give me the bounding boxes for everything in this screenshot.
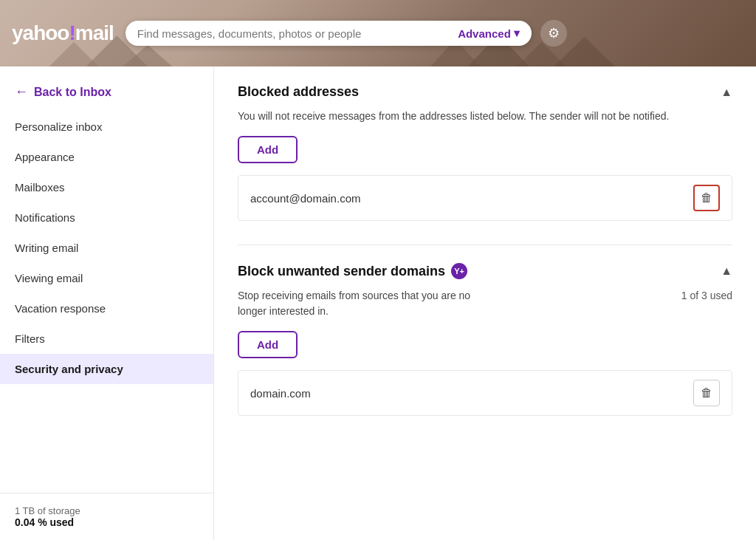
sidebar-item-writing-email[interactable]: Writing email	[0, 233, 213, 263]
back-arrow-icon: ←	[15, 84, 28, 100]
sidebar-item-security-privacy[interactable]: Security and privacy	[0, 354, 213, 384]
section-divider	[238, 245, 732, 245]
delete-blocked-address-button[interactable]: 🗑	[693, 185, 720, 211]
blocked-addresses-title: Blocked addresses	[238, 84, 359, 100]
blocked-addresses-desc: You will not receive messages from the a…	[238, 109, 732, 124]
sidebar-item-vacation-response[interactable]: Vacation response	[0, 293, 213, 324]
sidebar-item-filters[interactable]: Filters	[0, 324, 213, 354]
blocked-addresses-toggle[interactable]: ▲	[721, 86, 732, 99]
blocked-domain-value: domain.com	[250, 387, 693, 400]
storage-used: 0.04 % used	[15, 516, 199, 528]
blocked-addresses-section: Blocked addresses ▲ You will not receive…	[238, 84, 732, 221]
sidebar-item-personalize[interactable]: Personalize inbox	[0, 112, 213, 142]
block-domains-title: Block unwanted sender domains Y+	[238, 263, 467, 279]
yahoo-mail-logo: yahoo!mail	[12, 21, 114, 45]
blocked-addresses-add-button[interactable]: Add	[238, 136, 298, 163]
yplus-badge: Y+	[451, 263, 467, 279]
header: yahoo!mail Advanced ▾ ⚙	[0, 0, 756, 66]
sidebar-item-viewing-email[interactable]: Viewing email	[0, 263, 213, 293]
trash-icon: 🗑	[701, 191, 712, 205]
sidebar-footer: 1 TB of storage 0.04 % used	[0, 493, 213, 540]
sidebar-item-appearance[interactable]: Appearance	[0, 142, 213, 172]
content-area: Blocked addresses ▲ You will not receive…	[214, 66, 756, 540]
blocked-email-address: account@domain.com	[250, 192, 693, 205]
storage-label: 1 TB of storage	[15, 505, 199, 516]
block-domains-desc: Stop receiving emails from sources that …	[238, 288, 489, 319]
blocked-domain-row: domain.com 🗑	[238, 370, 732, 416]
search-input[interactable]	[137, 27, 458, 40]
sidebar-item-mailboxes[interactable]: Mailboxes	[0, 172, 213, 202]
block-domains-header: Block unwanted sender domains Y+ ▲	[238, 263, 732, 279]
search-bar: Advanced ▾	[126, 21, 532, 46]
block-domains-toggle[interactable]: ▲	[721, 264, 732, 278]
sidebar-item-notifications[interactable]: Notifications	[0, 202, 213, 233]
chevron-down-icon: ▾	[514, 27, 520, 40]
search-icon-button[interactable]: ⚙	[540, 20, 567, 47]
advanced-search-button[interactable]: Advanced ▾	[458, 27, 520, 40]
block-domains-desc-row: Stop receiving emails from sources that …	[238, 288, 732, 331]
header-icons: ⚙	[540, 20, 567, 47]
block-domains-add-button[interactable]: Add	[238, 331, 298, 358]
trash-icon: 🗑	[701, 386, 712, 400]
delete-blocked-domain-button[interactable]: 🗑	[693, 380, 720, 406]
block-domains-usage: 1 of 3 used	[681, 290, 732, 301]
back-to-inbox-link[interactable]: ← Back to Inbox	[0, 72, 213, 112]
sidebar-nav: ← Back to Inbox Personalize inbox Appear…	[0, 66, 213, 493]
block-domains-section: Block unwanted sender domains Y+ ▲ Stop …	[238, 263, 732, 416]
back-to-inbox-label: Back to Inbox	[34, 86, 111, 99]
blocked-addresses-header: Blocked addresses ▲	[238, 84, 732, 100]
sidebar: ← Back to Inbox Personalize inbox Appear…	[0, 66, 214, 540]
blocked-address-row: account@domain.com 🗑	[238, 175, 732, 221]
main-layout: ← Back to Inbox Personalize inbox Appear…	[0, 66, 756, 540]
